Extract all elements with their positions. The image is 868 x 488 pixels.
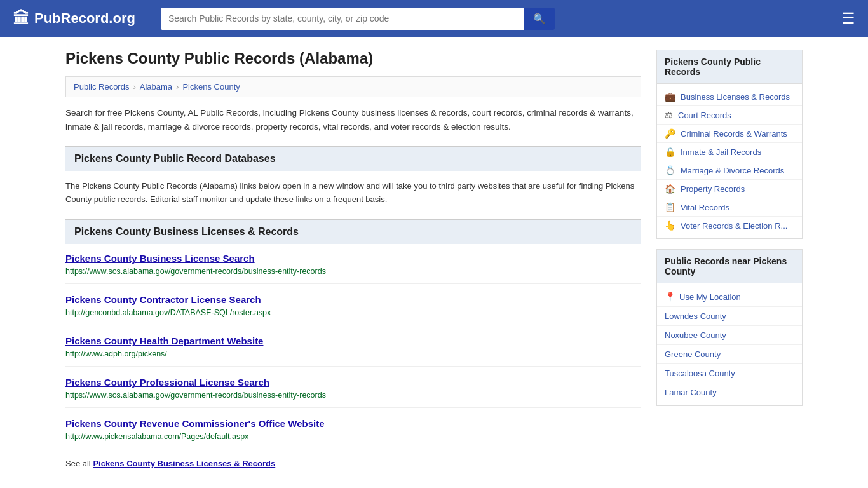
business-licenses-link[interactable]: Business Licenses & Records: [681, 92, 790, 102]
business-section-header: Pickens County Business Licenses & Recor…: [65, 219, 641, 244]
business-icon: 💼: [665, 92, 675, 102]
voter-icon: 👆: [665, 220, 675, 231]
logo-text: PubRecord.org: [34, 10, 135, 27]
lamar-county-link[interactable]: Lamar County: [665, 388, 717, 397]
breadcrumb-link-alabama[interactable]: Alabama: [140, 82, 172, 92]
list-item: 🏠 Property Records: [657, 180, 802, 198]
logo-icon: 🏛: [13, 9, 29, 29]
record-link-url-3[interactable]: https://www.sos.alabama.gov/government-r…: [65, 391, 326, 400]
list-item: 🔑 Criminal Records & Warrants: [657, 125, 802, 143]
nearby-box: Public Records near Pickens County 📍 Use…: [656, 249, 803, 406]
voter-records-link[interactable]: Voter Records & Election R...: [681, 221, 787, 231]
record-link-url-2[interactable]: http://www.adph.org/pickens/: [65, 349, 167, 358]
record-link-title-2[interactable]: Pickens County Health Department Website: [65, 336, 641, 346]
lowndes-county-link[interactable]: Lowndes County: [665, 311, 726, 321]
list-item: 📋 Vital Records: [657, 198, 802, 217]
nearby-county-item: Noxubee County: [657, 326, 802, 345]
nearby-list: 📍 Use My Location Lowndes County Noxubee…: [657, 283, 802, 405]
breadcrumb-link-public-records[interactable]: Public Records: [74, 82, 129, 92]
property-records-link[interactable]: Property Records: [681, 184, 745, 194]
list-item: ⚖ Court Records: [657, 106, 802, 125]
inmate-records-link[interactable]: Inmate & Jail Records: [681, 147, 761, 157]
nearby-county-item: Lamar County: [657, 383, 802, 402]
use-location-item[interactable]: 📍 Use My Location: [657, 287, 802, 307]
record-link-group: Pickens County Professional License Sear…: [65, 377, 641, 408]
list-item: 💼 Business Licenses & Records: [657, 88, 802, 106]
greene-county-link[interactable]: Greene County: [665, 349, 721, 359]
criminal-records-link[interactable]: Criminal Records & Warrants: [681, 129, 787, 139]
vital-icon: 📋: [665, 202, 675, 212]
logo-link[interactable]: 🏛 PubRecord.org: [13, 9, 135, 29]
page-title: Pickens County Public Records (Alabama): [65, 50, 641, 67]
marriage-records-link[interactable]: Marriage & Divorce Records: [681, 166, 784, 175]
list-item: 👆 Voter Records & Election R...: [657, 217, 802, 234]
record-link-url-1[interactable]: http://genconbd.alabama.gov/DATABASE-SQL…: [65, 308, 271, 317]
record-link-title-1[interactable]: Pickens County Contractor License Search: [65, 294, 641, 305]
menu-icon[interactable]: ☰: [841, 10, 855, 27]
search-button[interactable]: 🔍: [524, 8, 555, 30]
location-icon: 📍: [665, 292, 675, 302]
nearby-county-item: Lowndes County: [657, 307, 802, 326]
sidebar: Pickens County Public Records 💼 Business…: [656, 50, 803, 468]
record-link-url-4[interactable]: http://www.pickensalabama.com/Pages/defa…: [65, 432, 248, 441]
page-description: Search for free Pickens County, AL Publi…: [65, 106, 641, 133]
site-header: 🏛 PubRecord.org 🔍 ☰: [0, 0, 868, 37]
main-content: Pickens County Public Records (Alabama) …: [65, 50, 641, 468]
record-link-group: Pickens County Contractor License Search…: [65, 294, 641, 325]
court-icon: ⚖: [665, 110, 673, 120]
criminal-icon: 🔑: [665, 128, 675, 139]
record-link-group: Pickens County Business License Search h…: [65, 253, 641, 284]
record-link-url-0[interactable]: https://www.sos.alabama.gov/government-r…: [65, 267, 326, 276]
search-icon: 🔍: [533, 13, 546, 24]
property-icon: 🏠: [665, 184, 675, 194]
record-link-title-0[interactable]: Pickens County Business License Search: [65, 253, 641, 264]
nearby-county-item: Tuscaloosa County: [657, 364, 802, 383]
breadcrumb: Public Records › Alabama › Pickens Count…: [65, 76, 641, 97]
inmate-icon: 🔒: [665, 147, 675, 157]
search-bar: 🔍: [161, 8, 555, 30]
vital-records-link[interactable]: Vital Records: [681, 203, 729, 212]
county-records-box: Pickens County Public Records 💼 Business…: [656, 50, 803, 239]
noxubee-county-link[interactable]: Noxubee County: [665, 330, 726, 340]
court-records-link[interactable]: Court Records: [678, 111, 731, 120]
marriage-icon: 💍: [665, 165, 675, 175]
county-records-title: Pickens County Public Records: [657, 50, 802, 84]
list-item: 💍 Marriage & Divorce Records: [657, 161, 802, 180]
page-wrapper: Pickens County Public Records (Alabama) …: [53, 37, 815, 481]
record-links-list: Pickens County Business License Search h…: [65, 253, 641, 449]
breadcrumb-sep-1: ›: [133, 82, 135, 92]
county-records-list: 💼 Business Licenses & Records ⚖ Court Re…: [657, 84, 802, 238]
record-link-group: Pickens County Health Department Website…: [65, 336, 641, 367]
see-all-text: See all Pickens County Business Licenses…: [65, 459, 641, 468]
record-link-group: Pickens County Revenue Commissioner's Of…: [65, 418, 641, 449]
db-section-header: Pickens County Public Record Databases: [65, 146, 641, 171]
see-all-link[interactable]: Pickens County Business Licenses & Recor…: [93, 459, 275, 468]
db-description: The Pickens County Public Records (Alaba…: [65, 180, 641, 207]
breadcrumb-sep-2: ›: [176, 82, 179, 92]
list-item: 🔒 Inmate & Jail Records: [657, 143, 802, 161]
breadcrumb-link-pickens[interactable]: Pickens County: [182, 82, 240, 92]
record-link-title-3[interactable]: Pickens County Professional License Sear…: [65, 377, 641, 388]
tuscaloosa-county-link[interactable]: Tuscaloosa County: [665, 369, 735, 378]
record-link-title-4[interactable]: Pickens County Revenue Commissioner's Of…: [65, 418, 641, 429]
use-location-link[interactable]: Use My Location: [679, 292, 741, 302]
nearby-title: Public Records near Pickens County: [657, 250, 802, 283]
search-input[interactable]: [161, 8, 524, 30]
nearby-county-item: Greene County: [657, 345, 802, 364]
